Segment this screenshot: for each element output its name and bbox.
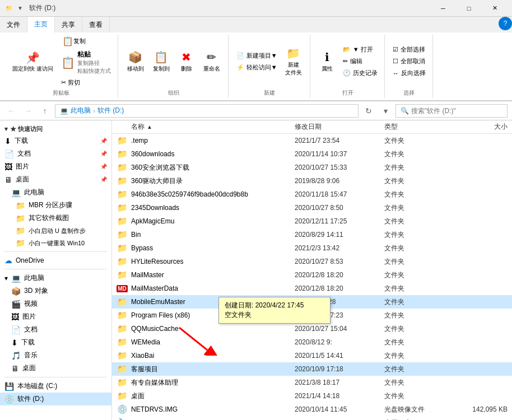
file-row[interactable]: 📁 .temp 2021/1/7 23:54 文件夹	[112, 134, 512, 147]
file-row[interactable]: 🔧 python-3.8.3-amd64.exe 2021/1/4 10:38 …	[112, 416, 512, 420]
sidebar-item-mbr[interactable]: 📁 MBR 分区步骤	[0, 199, 111, 212]
sidebar-item-desktop[interactable]: 🖥 桌面 📌	[0, 173, 111, 186]
cut-button[interactable]: ✂ 剪切	[59, 77, 113, 88]
edit-icon: ✏	[343, 58, 348, 65]
new-item-button[interactable]: 📄 新建项目▼	[234, 50, 280, 61]
sidebar-item-pictures-2[interactable]: 🖼 图片	[0, 310, 111, 323]
file-row[interactable]: 💿 NETDRVS.IMG 2020/10/14 11:45 光盘映像文件 14…	[112, 403, 512, 416]
sidebar-divider-3	[4, 377, 107, 377]
easy-access-button[interactable]: ⚡ 轻松访问▼	[234, 62, 280, 73]
quick-access-header[interactable]: ▾ ★ 快速访问	[0, 123, 111, 134]
sidebar-item-downloads[interactable]: ⬇ 下载 📌	[0, 134, 111, 147]
onedrive-icon: ☁	[4, 256, 12, 265]
file-row[interactable]: 📁 360驱动大师目录 2019/8/28 9:06 文件夹	[112, 174, 512, 188]
sidebar-item-local-c[interactable]: 💾 本地磁盘 (C:)	[0, 380, 111, 393]
file-row[interactable]: 📁 946b38e35c0259746f9bade00dcd9b8b 2020/…	[112, 188, 512, 201]
move-to-button[interactable]: 📦 移动到	[124, 49, 147, 74]
sidebar-item-xiaobai-usb[interactable]: 📁 小白启动 U 盘制作步	[0, 225, 111, 237]
file-row[interactable]: 📁 Bypass 2021/2/3 13:42 文件夹	[112, 241, 512, 255]
tab-home[interactable]: 主页	[27, 17, 55, 33]
file-name: QQMusicCache	[131, 325, 295, 333]
quick-access-icon[interactable]: ▼	[16, 4, 25, 13]
file-date: 2020/10/27 15:33	[295, 164, 384, 171]
breadcrumb-drive[interactable]: 软件 (D:)	[97, 106, 124, 115]
file-row[interactable]: 📁 ApkMagicEmu 2020/12/11 17:25 文件夹	[112, 214, 512, 228]
close-button[interactable]: ✕	[482, 0, 508, 17]
breadcrumb-this-pc[interactable]: 此电脑	[71, 106, 91, 115]
file-row[interactable]: 📁 桌面 2021/1/4 14:18 文件夹	[112, 389, 512, 403]
file-row[interactable]: MD MailMasterData 2020/12/8 18:20 文件夹	[112, 282, 512, 295]
sidebar-item-documents[interactable]: 📄 文档 📌	[0, 147, 111, 160]
file-date: 2020/12/8 18:20	[295, 284, 384, 292]
file-row[interactable]: 📁 MailMaster 2020/12/8 18:20 文件夹	[112, 268, 512, 282]
select-none-button[interactable]: ☐ 全部取消	[390, 56, 428, 67]
file-row[interactable]: 📁 360downloads 2020/11/14 10:37 文件夹	[112, 147, 512, 161]
sidebar-item-thispc-sub[interactable]: 💻 此电脑	[0, 186, 111, 199]
maximize-button[interactable]: □	[456, 0, 482, 17]
col-header-name[interactable]: 名称 ▲	[131, 122, 295, 132]
new-item-icon: 📄	[236, 52, 244, 59]
sidebar-item-3d[interactable]: 📦 3D 对象	[0, 284, 111, 297]
invert-selection-button[interactable]: ↔ 反向选择	[390, 68, 428, 78]
delete-button[interactable]: ✖ 删除	[175, 49, 198, 74]
ribbon-content: 📌 固定到快 速访问 📋 复制 📋 粘贴 复制路径 粘贴快捷方式	[0, 32, 512, 101]
file-row[interactable]: 📁 有专自媒体助理 2021/3/8 18:17 文件夹	[112, 376, 512, 389]
sidebar-item-other-software[interactable]: 📁 其它软件截图	[0, 212, 111, 225]
sidebar-item-this-pc-2[interactable]: ▾ 💻 此电脑	[0, 272, 111, 284]
col-header-date[interactable]: 修改日期	[295, 122, 384, 132]
rename-button[interactable]: ✏ 重命名	[200, 49, 224, 74]
file-icon: 📁	[117, 310, 128, 321]
properties-button[interactable]: ℹ 属性	[316, 49, 338, 74]
minimize-button[interactable]: ─	[430, 0, 456, 17]
sidebar-item-desktop-2[interactable]: 🖥 桌面	[0, 362, 111, 375]
sidebar-item-video[interactable]: 🎬 视频	[0, 297, 111, 310]
file-row[interactable]: 📁 WEMedia 2020/8/12 9: 文件夹	[112, 335, 512, 349]
col-header-size[interactable]: 大小	[452, 122, 508, 132]
up-button[interactable]: ↑	[38, 104, 52, 118]
history-button[interactable]: 🕐 历史记录	[341, 68, 380, 78]
file-icon: 📁	[117, 148, 128, 160]
paste-icon: 📋	[61, 56, 75, 69]
file-rows: 📁 .temp 2021/1/7 23:54 文件夹 📁 360download…	[112, 134, 512, 420]
file-row[interactable]: 📁 HYLiteResources 2020/10/27 8:53 文件夹	[112, 255, 512, 268]
sidebar-item-downloads-2[interactable]: ⬇ 下载	[0, 336, 111, 349]
search-input[interactable]	[411, 107, 502, 115]
sidebar-item-software-d[interactable]: 💿 软件 (D:)	[0, 393, 111, 405]
file-row[interactable]: 📁 360安全浏览器下载 2020/10/27 15:33 文件夹	[112, 161, 512, 174]
copy-to-button[interactable]: 📋 复制到	[150, 49, 173, 74]
sidebar-item-music[interactable]: 🎵 音乐	[0, 349, 111, 362]
pin-icon-3: 📌	[100, 164, 107, 170]
edit-button[interactable]: ✏ 编辑	[341, 56, 380, 67]
copy-button[interactable]: 📋 复制	[59, 35, 113, 48]
file-row[interactable]: 📁 QQMusicCache 2020/10/27 15:04 文件夹	[112, 322, 512, 335]
refresh-button[interactable]: ↻	[362, 104, 375, 118]
new-folder-button[interactable]: 📁 新建文件夹	[282, 45, 305, 78]
file-date: 2020/10/9 17:18	[295, 365, 384, 373]
file-row[interactable]: 📁 客服项目 2020/10/9 17:18 文件夹	[112, 362, 512, 376]
breadcrumb[interactable]: 💻 此电脑 › 软件 (D:)	[55, 104, 359, 118]
file-row[interactable]: 📁 XiaoBai 2020/11/5 14:41 文件夹	[112, 349, 512, 362]
file-row[interactable]: 📁 2345Downloads 2020/10/27 8:50 文件夹	[112, 201, 512, 214]
tab-file[interactable]: 文件	[0, 17, 27, 32]
sidebar-item-xiaobai-reinstall[interactable]: 📁 小白一键重装 Win10	[0, 237, 111, 249]
file-type: 文件夹	[384, 136, 452, 146]
tab-view[interactable]: 查看	[82, 17, 110, 32]
tab-share[interactable]: 共享	[55, 17, 82, 32]
open-button[interactable]: 📂 ▼ 打开	[341, 44, 380, 55]
sidebar-item-pictures[interactable]: 🖼 图片 📌	[0, 160, 111, 173]
paste-button[interactable]: 📋 粘贴 复制路径 粘贴快捷方式	[59, 49, 113, 76]
back-button[interactable]: ←	[4, 104, 18, 118]
forward-button[interactable]: →	[21, 104, 35, 118]
file-name: 360驱动大师目录	[131, 176, 295, 186]
sidebar-item-docs-2[interactable]: 📄 文档	[0, 323, 111, 336]
documents-icon: 📄	[4, 150, 14, 158]
open-label: 打开	[342, 88, 353, 98]
sidebar-item-onedrive[interactable]: ☁ OneDrive	[0, 254, 111, 267]
help-button[interactable]: ?	[499, 17, 512, 30]
file-row[interactable]: 📁 Bin 2020/8/29 14:11 文件夹	[112, 228, 512, 241]
select-all-button[interactable]: ☑ 全部选择	[390, 44, 428, 55]
file-icon: 📁	[117, 229, 128, 240]
pin-to-quickaccess-button[interactable]: 📌 固定到快 速访问	[9, 50, 57, 73]
address-dropdown[interactable]: ▾	[379, 104, 392, 118]
col-header-type[interactable]: 类型	[384, 122, 452, 132]
